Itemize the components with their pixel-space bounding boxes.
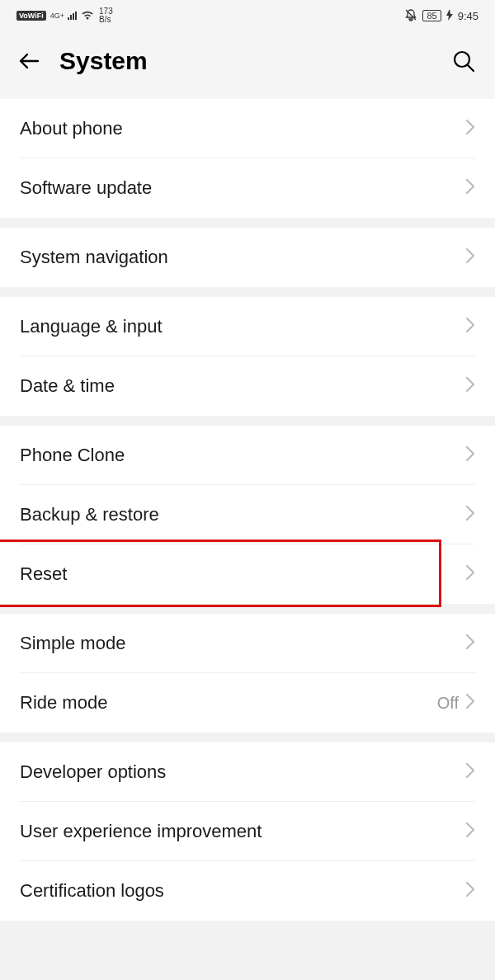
network-label: 4G+ xyxy=(50,12,64,20)
chevron-right-icon xyxy=(465,881,475,898)
row-user-experience-improvement[interactable]: User experience improvement xyxy=(0,802,495,861)
status-bar: VoWiFi 4G+ 173 B/s 85 9:45 xyxy=(0,0,495,31)
row-label: User experience improvement xyxy=(20,821,262,842)
chevron-right-icon xyxy=(465,693,475,709)
row-certification-logos[interactable]: Certification logos xyxy=(0,861,495,921)
row-right xyxy=(465,247,475,267)
clock: 9:45 xyxy=(458,10,478,22)
row-value: Off xyxy=(437,694,459,713)
row-reset[interactable]: Reset xyxy=(0,544,495,604)
row-developer-options[interactable]: Developer options xyxy=(0,742,495,802)
row-right xyxy=(465,317,475,337)
status-left: VoWiFi 4G+ 173 B/s xyxy=(16,7,113,24)
row-ride-mode[interactable]: Ride modeOff xyxy=(0,673,495,733)
chevron-icon xyxy=(465,822,475,841)
wifi-icon xyxy=(81,11,94,21)
settings-group: Developer optionsUser experience improve… xyxy=(0,742,495,921)
row-right xyxy=(465,178,475,198)
chevron-icon xyxy=(465,119,475,139)
row-software-update[interactable]: Software update xyxy=(0,158,495,218)
chevron-icon xyxy=(465,881,475,901)
row-label: Simple mode xyxy=(20,633,125,654)
chevron-right-icon xyxy=(465,822,475,838)
settings-group: System navigation xyxy=(0,228,495,287)
status-right: 85 9:45 xyxy=(404,8,478,24)
chevron-right-icon xyxy=(465,119,475,135)
header: System xyxy=(0,31,495,99)
search-button[interactable] xyxy=(449,46,478,76)
chevron-right-icon xyxy=(465,762,475,779)
row-label: System navigation xyxy=(20,247,168,268)
row-about-phone[interactable]: About phone xyxy=(0,99,495,158)
row-backup-restore[interactable]: Backup & restore xyxy=(0,485,495,544)
chevron-right-icon xyxy=(465,317,475,333)
chevron-icon xyxy=(465,247,475,267)
network-speed: 173 B/s xyxy=(99,7,113,24)
row-system-navigation[interactable]: System navigation xyxy=(0,228,495,287)
row-date-time[interactable]: Date & time xyxy=(0,356,495,416)
chevron-icon xyxy=(465,445,475,465)
row-label: Certification logos xyxy=(20,880,164,902)
back-button[interactable] xyxy=(16,48,43,74)
row-simple-mode[interactable]: Simple mode xyxy=(0,614,495,673)
chevron-right-icon xyxy=(465,445,475,462)
row-label: Ride mode xyxy=(20,692,107,714)
chevron-icon xyxy=(465,317,475,337)
chevron-right-icon xyxy=(465,634,475,650)
settings-group: Simple modeRide modeOff xyxy=(0,614,495,733)
chevron-icon xyxy=(465,505,475,525)
row-label: Date & time xyxy=(20,375,115,397)
search-icon xyxy=(451,49,476,73)
row-label: Reset xyxy=(20,563,67,585)
chevron-right-icon xyxy=(465,178,475,195)
back-arrow-icon xyxy=(17,49,42,73)
row-label: Developer options xyxy=(20,761,166,783)
chevron-icon xyxy=(465,376,475,396)
chevron-icon xyxy=(465,693,475,713)
chevron-icon xyxy=(465,178,475,198)
battery-level: 85 xyxy=(427,11,436,21)
row-right xyxy=(465,881,475,901)
row-right: Off xyxy=(437,693,475,713)
chevron-icon xyxy=(465,762,475,782)
row-right xyxy=(465,445,475,465)
row-phone-clone[interactable]: Phone Clone xyxy=(0,426,495,485)
chevron-right-icon xyxy=(465,376,475,393)
row-right xyxy=(465,564,475,584)
row-label: Language & input xyxy=(20,316,163,337)
page-title: System xyxy=(59,47,432,75)
chevron-icon xyxy=(465,634,475,653)
settings-group: Phone CloneBackup & restoreReset xyxy=(0,426,495,604)
row-language-input[interactable]: Language & input xyxy=(0,297,495,356)
row-right xyxy=(465,634,475,653)
row-label: Software update xyxy=(20,177,152,199)
battery-indicator: 85 xyxy=(422,10,441,21)
dnd-icon xyxy=(404,8,417,24)
vowifi-badge: VoWiFi xyxy=(16,11,46,21)
charging-icon xyxy=(446,9,453,23)
row-right xyxy=(465,119,475,139)
row-label: Backup & restore xyxy=(20,504,159,525)
chevron-icon xyxy=(465,564,475,584)
row-label: Phone Clone xyxy=(20,445,125,466)
settings-group: Language & inputDate & time xyxy=(0,297,495,416)
chevron-right-icon xyxy=(465,505,475,521)
settings-group: About phoneSoftware update xyxy=(0,99,495,218)
chevron-right-icon xyxy=(465,247,475,264)
row-right xyxy=(465,376,475,396)
signal-icon xyxy=(67,11,78,21)
chevron-right-icon xyxy=(465,564,475,581)
row-right xyxy=(465,762,475,782)
speed-unit: B/s xyxy=(99,16,113,24)
row-right xyxy=(465,505,475,525)
row-label: About phone xyxy=(20,118,123,139)
row-right xyxy=(465,822,475,841)
